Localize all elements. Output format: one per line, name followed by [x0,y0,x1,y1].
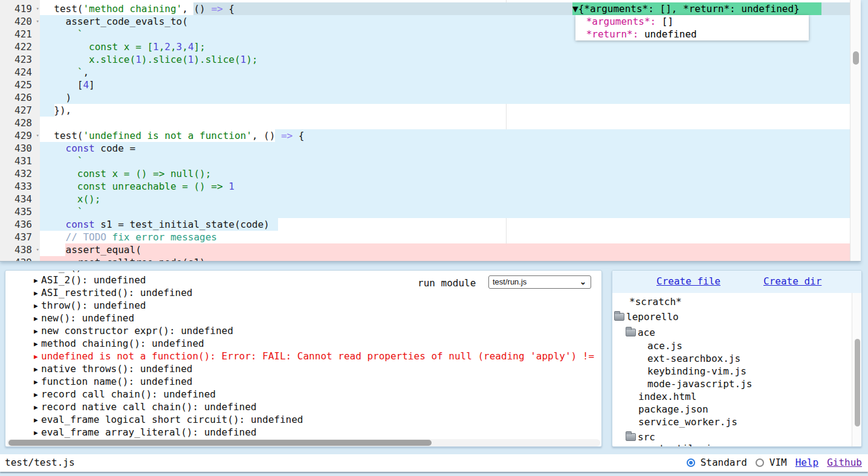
code-line-426[interactable]: ) [42,91,71,104]
run-module-select[interactable]: test/run.js ⌄ [488,275,591,289]
expand-triangle-icon[interactable]: ▶ [34,401,38,414]
code-line-421[interactable]: ` [42,28,83,40]
file-name[interactable]: mode-javascript.js [647,378,752,390]
calltree-row-label[interactable]: new(): undefined [41,312,134,324]
calltree-row-label[interactable]: native throws(): undefined [41,362,192,375]
file-tree-item[interactable]: ext-searchbox.js [647,352,740,365]
file-tree-item[interactable]: service_worker.js [638,416,737,428]
code-line-419[interactable]: test('method chaining', () => { [42,2,235,15]
calltree-row-label[interactable]: record call chain(): undefined [41,388,216,400]
calltree-row[interactable]: ▶new(): undefined [5,312,601,324]
inspector-value-header[interactable]: ▼{*arguments*: [], *return*: undefined} [572,2,821,15]
calltree-row[interactable]: ▶record call chain(): undefined [5,388,601,400]
calltree-row[interactable]: ▶method chaining(): undefined [5,337,601,350]
file-tree-item[interactable]: ast_utils.js [647,442,717,447]
calltree-hscrollbar-thumb[interactable] [8,440,432,446]
code-line-434[interactable]: x(); [42,193,100,205]
expand-triangle-icon[interactable]: ▶ [34,325,38,338]
code-line-432[interactable]: const x = () => null(); [42,167,211,180]
code-line-422[interactable]: const x = [1,2,3,4]; [42,40,206,53]
code-line-420[interactable]: assert_code_evals_to( [42,15,188,28]
fold-triangle-icon[interactable]: ▾ [36,2,39,15]
fold-triangle-icon[interactable]: ▾ [36,15,39,28]
file-name[interactable]: index.html [638,391,696,402]
radio-standard[interactable] [687,458,695,467]
file-name[interactable]: ext-searchbox.js [647,353,740,364]
code-line-433[interactable]: const unreachable = () => 1 [42,180,235,193]
file-name[interactable]: src [638,431,655,443]
radio-standard-label[interactable]: Standard [701,457,747,468]
file-name[interactable]: ace [638,327,655,338]
fold-triangle-icon[interactable]: ▾ [36,243,39,256]
file-tree-item[interactable]: *scratch* [629,295,682,308]
calltree-row[interactable]: ▶undefined is not a function(): Error: F… [5,350,601,362]
calltree-row[interactable]: ▶eval_frame array_literal(): undefined [5,426,601,439]
github-link[interactable]: Github [827,457,862,468]
expand-triangle-icon[interactable]: ▶ [34,363,38,376]
code-editor[interactable]: test('method chaining', () => { assert_c… [0,0,861,262]
code-line-431[interactable]: ` [42,155,83,167]
file-name[interactable]: leporello [626,311,679,323]
code-line-425[interactable]: [4] [42,79,95,91]
expand-triangle-icon[interactable]: ▶ [34,338,38,350]
code-line-435[interactable]: ` [42,205,83,218]
calltree-row-label[interactable]: ASI_2(): undefined [41,274,146,286]
calltree-row[interactable]: ▶eval_frame logical short circuit(): und… [5,413,601,426]
file-name[interactable]: package.json [638,404,708,415]
code-line-430[interactable]: const code = [42,142,135,155]
calltree-row-label[interactable]: ASI_restrited(): undefined [41,286,192,299]
file-name[interactable]: *scratch* [629,296,682,307]
calltree-row-label[interactable]: function name(): undefined [41,375,192,388]
calltree-row-label[interactable]: undefined is not a function(): Error: FA… [41,350,594,362]
file-tree-item[interactable]: package.json [638,403,708,416]
calltree-row-label[interactable]: new constructor expr(): undefined [41,324,233,337]
file-tree-scrollbar-thumb[interactable] [855,339,860,426]
code-line-423[interactable]: x.slice(1).slice(1).slice(1); [42,53,257,66]
calltree-row[interactable]: ▶new constructor expr(): undefined [5,324,601,337]
calltree-row[interactable]: ▶function name(): undefined [5,375,601,388]
editor-scrollbar[interactable] [850,0,861,262]
file-tree-item[interactable]: index.html [638,390,696,403]
file-tree-scrollbar[interactable] [852,293,862,447]
file-name[interactable]: keybinding-vim.js [647,365,747,377]
expand-triangle-icon[interactable]: ▶ [34,388,38,401]
file-tree-item[interactable]: ace.js [647,339,682,352]
code-line-429[interactable]: test('undefined is not a function', () =… [42,129,305,142]
file-tree-item[interactable]: ace [626,326,655,339]
file-tree-item[interactable]: src [626,431,655,443]
expand-triangle-icon[interactable]: ▶ [34,414,38,426]
file-tree-item[interactable]: keybinding-vim.js [647,365,747,378]
expand-triangle-icon[interactable]: ▶ [34,376,38,388]
file-name[interactable]: ast_utils.js [647,443,717,447]
fold-triangle-icon[interactable]: ▾ [36,129,39,142]
create-dir-link[interactable]: Create dir [763,275,821,287]
file-name[interactable]: service_worker.js [638,416,737,428]
expand-triangle-icon[interactable]: ▶ [34,426,38,439]
calltree-hscrollbar[interactable] [7,439,600,446]
file-name[interactable]: ace.js [647,340,682,352]
expand-triangle-icon[interactable]: ▶ [34,312,38,325]
code-line-436[interactable]: const s1 = test_initial_state(code) [42,218,270,231]
calltree-row[interactable]: ▶native throws(): undefined [5,362,601,375]
radio-vim-label[interactable]: VIM [769,457,787,468]
help-link[interactable]: Help [795,457,819,468]
code-line-424[interactable]: `, [42,66,89,79]
code-line-438[interactable]: assert_equal( [42,243,141,256]
calltree-row[interactable]: ▶throw(): undefined [5,299,601,312]
calltree-row-label[interactable]: method chaining(): undefined [41,337,204,350]
expand-triangle-icon[interactable]: ▶ [34,287,38,300]
radio-vim[interactable] [756,458,764,467]
code-line-427[interactable]: }), [42,104,71,117]
calltree-row-label[interactable]: eval_frame array_literal(): undefined [41,426,256,439]
calltree-row[interactable]: ▶record native call chain(): undefined [5,400,601,413]
calltree-row-label[interactable]: record native call chain(): undefined [41,400,256,413]
calltree-row-label[interactable]: throw(): undefined [41,299,146,312]
expand-triangle-icon[interactable]: ▶ [34,274,38,287]
create-file-link[interactable]: Create file [656,275,721,287]
expand-triangle-icon[interactable]: ▶ [34,300,38,312]
expand-triangle-icon[interactable]: ▶ [34,350,38,363]
code-line-439[interactable]: root_calltree_node(s1) [42,256,206,262]
file-tree-item[interactable]: leporello [614,310,679,323]
calltree-row-label[interactable]: eval_frame logical short circuit(): unde… [41,413,303,426]
code-line-437[interactable]: // TODO fix error messages [42,231,217,243]
